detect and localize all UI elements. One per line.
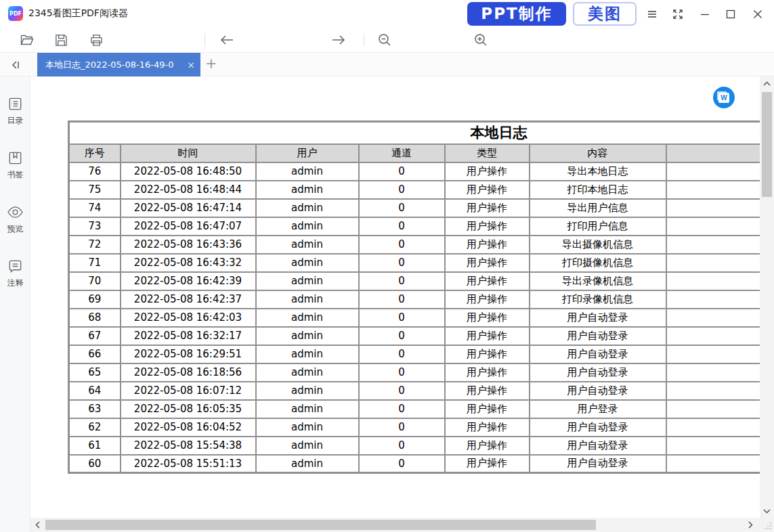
new-tab-button[interactable]: + <box>205 56 217 72</box>
prev-page-icon[interactable] <box>219 32 235 48</box>
table-row: 632022-05-08 16:05:35admin0用户操作用户登录 <box>69 400 760 418</box>
table-cell: 用户操作 <box>445 309 530 327</box>
table-cell: admin <box>256 162 359 181</box>
sidebar-item-toc[interactable]: 目录 <box>0 96 30 127</box>
table-cell: 用户操作 <box>445 327 530 345</box>
app-logo-icon: PDF <box>8 6 23 21</box>
horizontal-scroll-thumb[interactable] <box>45 520 596 530</box>
sidebar-item-bookmark[interactable]: 书签 <box>0 150 30 181</box>
tabbar: 本地日志_2022-05-08-16-49-0 × + <box>0 53 774 76</box>
table-cell <box>666 254 760 272</box>
zoom-in-icon[interactable] <box>473 32 489 48</box>
table-cell: 0 <box>359 400 445 418</box>
resize-corner[interactable] <box>760 518 774 532</box>
scroll-up-icon[interactable] <box>760 76 773 90</box>
table-cell: 72 <box>69 236 121 254</box>
table-cell: 0 <box>359 181 445 199</box>
table-cell: 用户操作 <box>445 290 530 309</box>
meitu-button[interactable]: 美图 <box>573 2 637 26</box>
minimize-icon[interactable] <box>696 5 714 23</box>
sidebar-item-preview[interactable]: 预览 <box>0 204 30 235</box>
table-cell: 0 <box>359 217 445 236</box>
table-cell: 0 <box>359 162 445 181</box>
log-table: 本地日志 序号时间用户通道类型内容 762022-05-08 16:48:50a… <box>68 120 760 474</box>
pdf-page: 本地日志 序号时间用户通道类型内容 762022-05-08 16:48:50a… <box>30 76 760 518</box>
fullscreen-icon[interactable] <box>669 5 687 23</box>
table-cell: 2022-05-08 16:47:07 <box>121 217 256 236</box>
table-cell: 2022-05-08 16:42:39 <box>121 272 256 290</box>
table-cell: 60 <box>69 455 121 473</box>
bookmark-icon <box>7 150 23 166</box>
table-cell: admin <box>256 217 359 236</box>
table-cell: 0 <box>359 327 445 345</box>
table-row: 672022-05-08 16:32:17admin0用户操作用户自动登录 <box>69 327 760 345</box>
vertical-scrollbar[interactable] <box>760 76 774 518</box>
scroll-left-icon[interactable] <box>30 518 44 531</box>
table-cell: 62 <box>69 418 121 437</box>
next-page-icon[interactable] <box>330 32 347 48</box>
table-cell: 用户操作 <box>445 455 530 473</box>
table-cell: 2022-05-08 16:47:14 <box>121 199 256 217</box>
scroll-right-icon[interactable] <box>744 518 757 531</box>
document-tab[interactable]: 本地日志_2022-05-08-16-49-0 × <box>37 53 200 76</box>
table-cell: admin <box>256 309 359 327</box>
table-row: 652022-05-08 16:18:56admin0用户操作用户自动登录 <box>69 363 760 382</box>
header-cell: 用户 <box>256 144 359 162</box>
scroll-down-icon[interactable] <box>760 504 773 518</box>
table-cell: 用户自动登录 <box>530 437 666 455</box>
table-row: 702022-05-08 16:42:39admin0用户操作导出录像机信息 <box>69 272 760 290</box>
table-cell: 用户自动登录 <box>530 455 666 473</box>
table-cell <box>666 162 760 181</box>
table-cell: 0 <box>359 345 445 363</box>
vertical-scroll-thumb[interactable] <box>762 92 772 197</box>
table-cell: 69 <box>69 290 121 309</box>
toolbar-separator <box>205 33 205 47</box>
table-cell <box>666 437 760 455</box>
table-cell: 2022-05-08 16:42:37 <box>121 290 256 309</box>
table-cell: 73 <box>69 217 121 236</box>
header-cell: 内容 <box>530 144 666 162</box>
header-cell: 序号 <box>69 144 121 162</box>
table-cell: 用户操作 <box>445 418 530 437</box>
toc-icon <box>7 96 23 112</box>
sidebar-item-annotation[interactable]: 注释 <box>0 259 30 289</box>
table-row: 692022-05-08 16:42:37admin0用户操作打印录像机信息 <box>69 290 760 309</box>
table-cell: admin <box>256 400 359 418</box>
tab-close-icon[interactable]: × <box>187 60 195 70</box>
table-cell: 用户自动登录 <box>530 418 666 437</box>
table-cell: 导出本地日志 <box>530 162 666 181</box>
table-cell: 67 <box>69 327 121 345</box>
collapse-sidebar-icon[interactable] <box>8 58 23 72</box>
table-row: 732022-05-08 16:47:07admin0用户操作打印用户信息 <box>69 217 760 236</box>
app-title: 2345看图王PDF阅读器 <box>28 7 128 20</box>
table-cell: 65 <box>69 363 121 382</box>
table-cell: 用户操作 <box>445 236 530 254</box>
horizontal-scrollbar[interactable] <box>30 518 760 532</box>
ppt-maker-button[interactable]: PPT制作 <box>467 2 566 26</box>
close-icon[interactable] <box>749 5 767 23</box>
menu-icon[interactable] <box>643 5 661 23</box>
table-cell: 用户操作 <box>445 437 530 455</box>
table-cell: 61 <box>69 437 121 455</box>
table-cell: 0 <box>359 290 445 309</box>
resize-grip-icon <box>764 522 772 530</box>
save-icon[interactable] <box>53 32 69 48</box>
table-cell: 2022-05-08 16:29:51 <box>121 345 256 363</box>
table-cell: 2022-05-08 16:48:50 <box>121 162 256 181</box>
floating-word-convert-button[interactable]: W <box>713 87 735 108</box>
table-row: 742022-05-08 16:47:14admin0用户操作导出用户信息 <box>69 199 760 217</box>
table-cell: admin <box>256 254 359 272</box>
table-cell <box>666 363 760 382</box>
maximize-icon[interactable] <box>722 5 739 23</box>
zoom-out-icon[interactable] <box>377 32 393 48</box>
open-file-icon[interactable] <box>19 32 35 48</box>
annotation-icon <box>7 259 23 274</box>
table-cell: 75 <box>69 181 121 199</box>
print-icon[interactable] <box>88 32 104 48</box>
table-cell: admin <box>256 327 359 345</box>
table-cell: 2022-05-08 16:05:35 <box>121 400 256 418</box>
table-row: 602022-05-08 15:51:13admin0用户操作用户自动登录 <box>69 455 760 473</box>
table-cell: 2022-05-08 16:48:44 <box>121 181 256 199</box>
table-cell: 0 <box>359 382 445 400</box>
toolbar-separator <box>364 33 364 47</box>
